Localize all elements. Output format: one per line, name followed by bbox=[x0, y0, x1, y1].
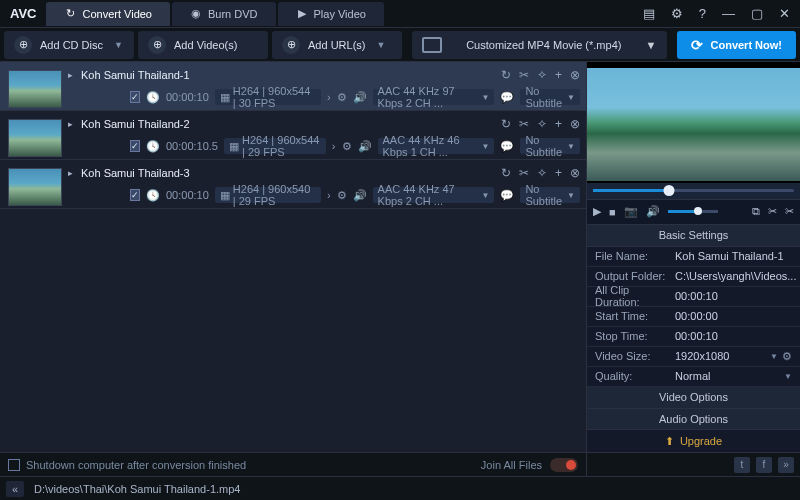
preview-frame bbox=[587, 68, 800, 181]
scissors-icon[interactable]: ✂ bbox=[519, 166, 529, 180]
loop-icon[interactable]: ⧉ bbox=[752, 205, 760, 218]
clock-icon: 🕓 bbox=[146, 140, 160, 153]
prop-video-size: Video Size:1920x1080▼⚙ bbox=[587, 347, 800, 367]
expand-icon[interactable]: ▸ bbox=[68, 168, 73, 178]
play-icon: ▶ bbox=[296, 8, 308, 20]
tab-convert-video[interactable]: ↻ Convert Video bbox=[46, 2, 170, 26]
facebook-icon[interactable]: f bbox=[756, 457, 772, 473]
menu-icon[interactable]: ▤ bbox=[639, 6, 659, 21]
output-folder-value[interactable]: C:\Users\yangh\Videos...📂 bbox=[675, 270, 800, 283]
audio-track-selector[interactable]: AAC 44 KHz 47 Kbps 2 CH ...▼ bbox=[373, 187, 495, 203]
chevron-down-icon: ▼ bbox=[646, 39, 657, 51]
codec-chip: ▦H264 | 960x544 | 30 FPS bbox=[215, 89, 321, 105]
file-title: Koh Samui Thailand-3 bbox=[81, 167, 493, 179]
remove-icon[interactable]: ⊗ bbox=[570, 117, 580, 131]
scissors-icon[interactable]: ✂ bbox=[519, 68, 529, 82]
chevron-down-icon: ▼ bbox=[567, 191, 575, 200]
remove-icon[interactable]: ⊗ bbox=[570, 166, 580, 180]
window-controls: ▤ ⚙ ? — ▢ ✕ bbox=[639, 6, 794, 21]
trim-end-icon[interactable]: ✂ bbox=[785, 205, 794, 218]
add-icon[interactable]: + bbox=[555, 166, 562, 180]
join-files-toggle[interactable] bbox=[550, 458, 578, 472]
refresh-icon[interactable]: ↻ bbox=[501, 117, 511, 131]
add-urls-button[interactable]: ⊕ Add URL(s) ▼ bbox=[272, 31, 402, 59]
subtitle-selector[interactable]: No Subtitle▼ bbox=[520, 138, 580, 154]
video-thumbnail bbox=[8, 70, 62, 108]
gear-icon[interactable]: ⚙ bbox=[782, 350, 792, 363]
shutdown-checkbox[interactable] bbox=[8, 459, 20, 471]
seek-knob[interactable] bbox=[664, 185, 675, 196]
video-options-header[interactable]: Video Options bbox=[587, 387, 800, 409]
refresh-icon[interactable]: ↻ bbox=[501, 68, 511, 82]
stop-button[interactable]: ■ bbox=[609, 206, 616, 218]
effects-icon[interactable]: ✧ bbox=[537, 68, 547, 82]
quality-selector[interactable]: Normal▼ bbox=[675, 370, 792, 382]
preset-label: Customized MP4 Movie (*.mp4) bbox=[450, 39, 638, 51]
chevron-right-icon: › bbox=[332, 140, 336, 152]
collapse-button[interactable]: « bbox=[6, 481, 24, 497]
tab-play-video[interactable]: ▶ Play Video bbox=[278, 2, 384, 26]
file-item[interactable]: ▸ Koh Samui Thailand-3 ↻ ✂ ✧ + ⊗ ✓ 🕓 00:… bbox=[0, 160, 586, 209]
twitter-icon[interactable]: t bbox=[734, 457, 750, 473]
audio-track-selector[interactable]: AAC 44 KHz 97 Kbps 2 CH ...▼ bbox=[373, 89, 495, 105]
start-time-value[interactable]: 00:00:00 bbox=[675, 310, 792, 322]
speaker-icon: 🔊 bbox=[358, 140, 372, 153]
file-checkbox[interactable]: ✓ bbox=[130, 189, 140, 201]
expand-icon[interactable]: ▸ bbox=[68, 70, 73, 80]
add-icon[interactable]: + bbox=[555, 117, 562, 131]
snapshot-button[interactable]: 📷 bbox=[624, 205, 638, 218]
stop-time-value[interactable]: 00:00:10 bbox=[675, 330, 792, 342]
button-label: Convert Now! bbox=[711, 39, 783, 51]
up-arrow-icon: ⬆ bbox=[665, 435, 674, 448]
audio-options-header[interactable]: Audio Options bbox=[587, 409, 800, 431]
refresh-icon[interactable]: ↻ bbox=[501, 166, 511, 180]
maximize-button[interactable]: ▢ bbox=[747, 6, 767, 21]
trim-start-icon[interactable]: ✂ bbox=[768, 205, 777, 218]
output-preset-selector[interactable]: Customized MP4 Movie (*.mp4) ▼ bbox=[412, 31, 667, 59]
file-item[interactable]: ▸ Koh Samui Thailand-2 ↻ ✂ ✧ + ⊗ ✓ 🕓 00:… bbox=[0, 111, 586, 160]
minimize-button[interactable]: — bbox=[718, 6, 739, 21]
add-icon[interactable]: + bbox=[555, 68, 562, 82]
file-checkbox[interactable]: ✓ bbox=[130, 140, 140, 152]
chevron-down-icon: ▼ bbox=[770, 352, 778, 361]
seek-slider[interactable] bbox=[593, 189, 794, 192]
effects-icon[interactable]: ✧ bbox=[537, 166, 547, 180]
chevron-down-icon: ▼ bbox=[376, 40, 385, 50]
prop-start-time: Start Time:00:00:00 bbox=[587, 307, 800, 327]
basic-settings-props: File Name:Koh Samui Thailand-1 Output Fo… bbox=[587, 247, 800, 387]
close-button[interactable]: ✕ bbox=[775, 6, 794, 21]
titlebar: AVC ↻ Convert Video ◉ Burn DVD ▶ Play Vi… bbox=[0, 0, 800, 28]
file-name-value[interactable]: Koh Samui Thailand-1 bbox=[675, 250, 792, 262]
subtitle-icon: 💬 bbox=[500, 189, 514, 202]
disc-icon: ◉ bbox=[190, 8, 202, 20]
volume-slider[interactable] bbox=[668, 210, 718, 213]
video-size-selector[interactable]: 1920x1080▼ bbox=[675, 350, 778, 362]
settings-icon[interactable]: ⚙ bbox=[337, 91, 347, 104]
upgrade-button[interactable]: ⬆Upgrade bbox=[587, 430, 800, 452]
settings-icon[interactable]: ⚙ bbox=[342, 140, 352, 153]
file-item[interactable]: ▸ Koh Samui Thailand-1 ↻ ✂ ✧ + ⊗ ✓ 🕓 00:… bbox=[0, 62, 586, 111]
add-cd-disc-button[interactable]: ⊕ Add CD Disc ▼ bbox=[4, 31, 134, 59]
button-label: Add CD Disc bbox=[40, 39, 103, 51]
clock-icon: 🕓 bbox=[146, 189, 160, 202]
subtitle-selector[interactable]: No Subtitle▼ bbox=[520, 187, 580, 203]
settings-icon[interactable]: ⚙ bbox=[337, 189, 347, 202]
help-icon[interactable]: ? bbox=[695, 6, 710, 21]
basic-settings-header[interactable]: Basic Settings bbox=[587, 225, 800, 247]
file-checkbox[interactable]: ✓ bbox=[130, 91, 140, 103]
convert-now-button[interactable]: ⟳ Convert Now! bbox=[677, 31, 797, 59]
settings-icon[interactable]: ⚙ bbox=[667, 6, 687, 21]
expand-icon[interactable]: ▸ bbox=[68, 119, 73, 129]
more-icon[interactable]: » bbox=[778, 457, 794, 473]
tab-burn-dvd[interactable]: ◉ Burn DVD bbox=[172, 2, 276, 26]
remove-icon[interactable]: ⊗ bbox=[570, 68, 580, 82]
duration-label: 00:00:10 bbox=[166, 91, 209, 103]
speaker-icon: 🔊 bbox=[353, 91, 367, 104]
scissors-icon[interactable]: ✂ bbox=[519, 117, 529, 131]
volume-icon[interactable]: 🔊 bbox=[646, 205, 660, 218]
add-videos-button[interactable]: ⊕ Add Video(s) bbox=[138, 31, 268, 59]
play-button[interactable]: ▶ bbox=[593, 205, 601, 218]
audio-track-selector[interactable]: AAC 44 KHz 46 Kbps 1 CH ...▼ bbox=[378, 138, 495, 154]
effects-icon[interactable]: ✧ bbox=[537, 117, 547, 131]
subtitle-selector[interactable]: No Subtitle▼ bbox=[520, 89, 580, 105]
